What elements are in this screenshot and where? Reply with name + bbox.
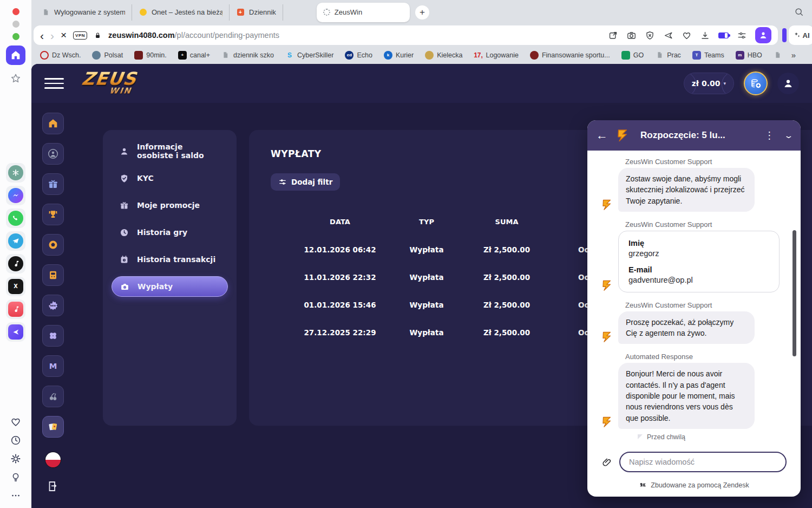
- profile-button[interactable]: [777, 73, 799, 94]
- bookmark-item[interactable]: edEcho: [345, 51, 372, 60]
- profile-avatar-button[interactable]: [755, 27, 771, 43]
- sidebar-app-telegram[interactable]: [6, 231, 25, 251]
- chat-author: ZeusWin Customer Support: [625, 158, 790, 166]
- kebab-menu-icon[interactable]: ⋮: [760, 129, 779, 141]
- bookmark-item[interactable]: Kielecka: [425, 51, 462, 60]
- forward-button[interactable]: ›: [50, 30, 54, 41]
- chat-messages[interactable]: ZeusWin Customer SupportZostaw swoje dan…: [587, 151, 801, 451]
- bookmark-item[interactable]: +canal+: [178, 51, 210, 60]
- bookmark-item[interactable]: Aktywna Szk: [774, 51, 784, 60]
- rail-betting[interactable]: [42, 264, 64, 286]
- address-bar[interactable]: ‹ › × VPN zeuswin4080.com/pl/account/pen…: [34, 25, 778, 45]
- bookmark-item[interactable]: Prac: [655, 51, 681, 60]
- account-nav-informacje-osobiste-i-saldo[interactable]: Informacje osobiste i saldo: [112, 138, 228, 165]
- sidebar-ideas-bulb[interactable]: [10, 471, 22, 483]
- sidebar-settings-gear[interactable]: [10, 453, 22, 465]
- battery-icon[interactable]: [718, 32, 729, 38]
- bookmark-item[interactable]: 17,Logowanie: [474, 51, 518, 60]
- ai-assistant-button[interactable]: AI: [789, 25, 812, 45]
- bookmark-item[interactable]: 90min.: [134, 51, 167, 60]
- bookmark-favicon: T: [692, 51, 701, 60]
- rail-m-games[interactable]: M: [42, 355, 64, 377]
- rail-sports[interactable]: [42, 234, 64, 256]
- add-filter-button[interactable]: Dodaj filtr: [271, 173, 340, 191]
- browser-tab[interactable]: Onet – Jesteś na bieżąc: [132, 4, 230, 21]
- sidebar-app-tiktok[interactable]: [6, 254, 25, 273]
- rail-slots[interactable]: [42, 386, 64, 407]
- download-icon[interactable]: [700, 30, 710, 41]
- rail-bonuses[interactable]: [42, 173, 64, 195]
- bookmark-item[interactable]: SCyberSkiller: [285, 51, 333, 60]
- menu-hamburger-icon[interactable]: [44, 78, 64, 89]
- send-plane-icon[interactable]: [663, 30, 673, 41]
- sidebar-home-space[interactable]: [6, 45, 25, 65]
- sidebar-app-send-app[interactable]: [6, 322, 25, 342]
- browser-tab[interactable]: +Dziennik: [230, 4, 283, 21]
- language-poland-flag-icon[interactable]: [45, 452, 61, 468]
- heart-icon[interactable]: [682, 30, 692, 41]
- page-favicon: [774, 51, 782, 60]
- chat-message-input[interactable]: [619, 452, 787, 472]
- rail-lucky-games[interactable]: [42, 325, 64, 347]
- share-edit-icon[interactable]: [608, 30, 618, 41]
- browser-tab[interactable]: ZeusWin: [317, 3, 410, 22]
- attachment-paperclip-icon[interactable]: [601, 457, 613, 468]
- back-button[interactable]: ‹: [40, 30, 44, 41]
- messenger-icon: [8, 188, 23, 203]
- filter-sliders-icon: [278, 178, 287, 186]
- bookmark-item[interactable]: mHBO: [736, 51, 762, 60]
- zeuswin-logo[interactable]: ZEUS WIN: [80, 71, 137, 96]
- vpn-badge[interactable]: VPN: [73, 31, 87, 40]
- search-icon[interactable]: [794, 6, 804, 19]
- shield-x-icon[interactable]: [645, 30, 655, 41]
- sidebar-favorites-star[interactable]: [6, 69, 25, 88]
- sidebar-app-x-app[interactable]: X: [6, 277, 25, 296]
- zendesk-footer[interactable]: Zbudowane za pomocą Zendesk: [587, 481, 801, 489]
- sidebar-app-chatgpt[interactable]: [6, 163, 25, 183]
- tab-sliders-icon[interactable]: [737, 30, 747, 41]
- sidebar-app-whatsapp[interactable]: [6, 209, 25, 228]
- sidebar-app-apple-music[interactable]: [6, 299, 25, 319]
- sidebar-favorites-heart[interactable]: [10, 416, 22, 428]
- rail-new-games[interactable]: NEW: [42, 295, 64, 316]
- account-nav-moje-promocje[interactable]: Moje promocje: [112, 192, 228, 219]
- minimize-chevron-icon[interactable]: ⌄: [784, 131, 794, 140]
- url-text[interactable]: zeuswin4080.com/pl/account/pending-payme…: [108, 31, 279, 40]
- rail-account[interactable]: [42, 143, 64, 165]
- bookmark-item[interactable]: GO: [621, 51, 644, 60]
- rail-cards[interactable]: [42, 416, 64, 438]
- traffic-light-minimize[interactable]: [12, 21, 19, 28]
- account-nav-historia-gry[interactable]: Historia gry: [112, 219, 228, 246]
- sidebar-more-dots[interactable]: [10, 490, 22, 502]
- sidebar-app-messenger[interactable]: [6, 186, 25, 205]
- account-nav-wyp-aty[interactable]: Wypłaty: [112, 276, 228, 297]
- bookmarks-overflow-chevron[interactable]: »: [784, 50, 812, 60]
- bookmark-favicon: [92, 51, 101, 60]
- bookmark-item[interactable]: dziennik szko: [221, 51, 274, 60]
- cell-date: 27.12.2025 22:29: [271, 328, 409, 337]
- browser-tab[interactable]: Wylogowanie z systemu: [35, 4, 132, 21]
- bookmark-item[interactable]: TTeams: [692, 51, 724, 60]
- lock-icon: [94, 31, 102, 40]
- rail-home[interactable]: [42, 113, 64, 134]
- bookmark-item[interactable]: Finansowanie sportu...: [530, 51, 610, 60]
- deposit-button[interactable]: [744, 71, 768, 95]
- bookmark-item[interactable]: Polsat: [92, 51, 123, 60]
- chat-author: ZeusWin Customer Support: [625, 220, 790, 229]
- account-nav-kyc[interactable]: KYC: [112, 165, 228, 192]
- rail-logout[interactable]: [47, 480, 60, 493]
- balance-dropdown[interactable]: zł 0.00 ▾: [684, 73, 734, 94]
- stop-button[interactable]: ×: [61, 29, 67, 41]
- back-arrow-icon[interactable]: ←: [596, 129, 608, 141]
- bookmark-item[interactable]: Dz Wsch.: [40, 51, 81, 60]
- rail-tournaments[interactable]: [42, 204, 64, 225]
- new-tab-button[interactable]: +: [415, 5, 429, 19]
- chat-scrollbar[interactable]: [793, 230, 796, 356]
- traffic-light-close[interactable]: [12, 8, 19, 15]
- traffic-light-maximize[interactable]: [12, 33, 19, 40]
- sidebar-history-clock[interactable]: [10, 434, 22, 446]
- svg-text:M: M: [49, 361, 57, 370]
- camera-icon[interactable]: [626, 30, 637, 41]
- bookmark-item[interactable]: kKurier: [384, 51, 414, 60]
- account-nav-historia-transakcji[interactable]: Historia transakcji: [112, 246, 228, 273]
